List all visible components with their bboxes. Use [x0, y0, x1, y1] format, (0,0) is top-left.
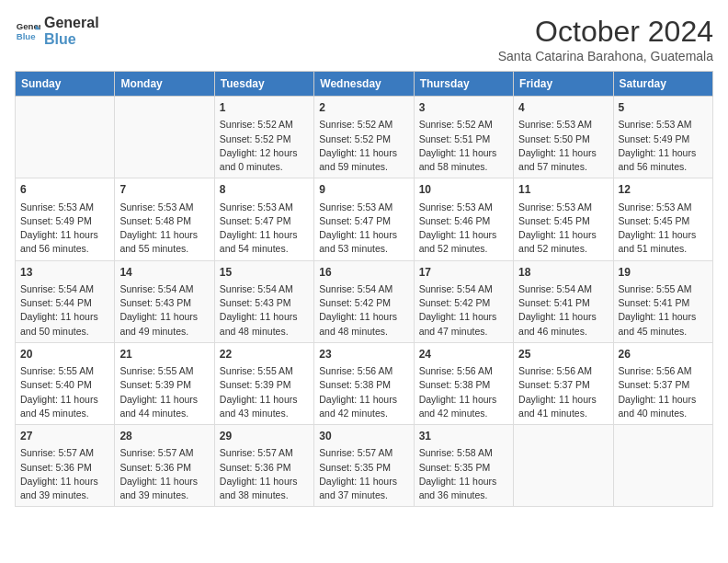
calendar-cell: 27Sunrise: 5:57 AMSunset: 5:36 PMDayligh… [16, 425, 115, 507]
day-info: and 45 minutes. [20, 407, 109, 420]
day-number: 8 [220, 182, 309, 198]
day-info: Sunrise: 5:54 AM [119, 282, 209, 296]
month-title: October 2024 [498, 15, 713, 49]
day-info: Daylight: 11 hours [220, 475, 309, 488]
day-info: and 49 minutes. [119, 325, 209, 339]
day-number: 18 [518, 265, 608, 281]
day-info: Sunrise: 5:52 AM [319, 118, 408, 132]
day-info: Sunrise: 5:52 AM [419, 118, 508, 132]
day-info: and 44 minutes. [119, 407, 209, 420]
day-info: Daylight: 11 hours [619, 393, 708, 407]
day-info: Daylight: 11 hours [419, 146, 508, 160]
calendar-cell: 22Sunrise: 5:55 AMSunset: 5:39 PMDayligh… [214, 342, 313, 424]
day-info: Sunset: 5:40 PM [20, 378, 109, 392]
svg-text:Blue: Blue [17, 30, 36, 40]
day-info: and 42 minutes. [419, 407, 508, 420]
day-info: Sunrise: 5:55 AM [20, 364, 109, 378]
day-info: Sunrise: 5:56 AM [619, 364, 708, 378]
day-info: Daylight: 11 hours [619, 228, 708, 242]
calendar-cell: 8Sunrise: 5:53 AMSunset: 5:47 PMDaylight… [214, 178, 313, 260]
title-block: October 2024 Santa Catarina Barahona, Gu… [498, 15, 713, 63]
calendar-cell: 7Sunrise: 5:53 AMSunset: 5:48 PMDaylight… [115, 178, 214, 260]
day-info: and 42 minutes. [319, 407, 408, 420]
day-info: Sunrise: 5:53 AM [619, 118, 708, 132]
day-info: Daylight: 11 hours [319, 475, 408, 488]
day-info: Sunset: 5:45 PM [619, 214, 708, 228]
day-info: Sunset: 5:49 PM [20, 214, 109, 228]
calendar-cell [514, 425, 613, 507]
day-info: Sunset: 5:45 PM [518, 214, 608, 228]
calendar-cell: 15Sunrise: 5:54 AMSunset: 5:43 PMDayligh… [214, 260, 313, 342]
day-info: and 56 minutes. [619, 160, 708, 174]
day-info: Sunset: 5:39 PM [119, 378, 209, 392]
day-info: Sunrise: 5:53 AM [119, 201, 209, 214]
calendar-cell: 31Sunrise: 5:58 AMSunset: 5:35 PMDayligh… [414, 425, 513, 507]
day-info: Sunset: 5:51 PM [419, 132, 508, 146]
day-info: Sunrise: 5:53 AM [619, 201, 708, 214]
calendar-cell: 28Sunrise: 5:57 AMSunset: 5:36 PMDayligh… [115, 425, 214, 507]
calendar-cell: 10Sunrise: 5:53 AMSunset: 5:46 PMDayligh… [414, 178, 513, 260]
day-number: 31 [419, 429, 508, 444]
calendar-body: 1Sunrise: 5:52 AMSunset: 5:52 PMDaylight… [16, 97, 713, 507]
calendar-cell: 16Sunrise: 5:54 AMSunset: 5:42 PMDayligh… [314, 260, 414, 342]
day-info: Sunrise: 5:54 AM [319, 282, 408, 296]
col-header-saturday: Saturday [613, 72, 712, 97]
day-info: Sunrise: 5:55 AM [220, 364, 309, 378]
day-info: Daylight: 11 hours [619, 310, 708, 324]
day-info: Daylight: 11 hours [20, 228, 109, 242]
day-info: Sunrise: 5:54 AM [518, 282, 608, 296]
day-info: and 0 minutes. [220, 160, 309, 174]
logo: General Blue General Blue [15, 15, 99, 47]
calendar-cell: 2Sunrise: 5:52 AMSunset: 5:52 PMDaylight… [314, 97, 414, 178]
day-info: Sunset: 5:42 PM [319, 296, 408, 310]
logo-icon: General Blue [15, 18, 40, 44]
day-info: and 48 minutes. [220, 325, 309, 339]
day-info: and 45 minutes. [619, 325, 708, 339]
day-info: Sunset: 5:43 PM [119, 296, 209, 310]
day-info: Daylight: 11 hours [220, 393, 309, 407]
day-number: 3 [419, 100, 508, 116]
calendar-cell: 17Sunrise: 5:54 AMSunset: 5:42 PMDayligh… [414, 260, 513, 342]
day-info: Sunrise: 5:54 AM [220, 282, 309, 296]
day-info: Daylight: 11 hours [119, 393, 209, 407]
col-header-tuesday: Tuesday [214, 72, 313, 97]
day-info: Sunset: 5:41 PM [619, 296, 708, 310]
calendar-cell: 20Sunrise: 5:55 AMSunset: 5:40 PMDayligh… [16, 342, 115, 424]
day-info: and 39 minutes. [119, 488, 209, 502]
calendar-cell [115, 97, 214, 178]
day-info: and 56 minutes. [20, 242, 109, 256]
day-number: 15 [220, 265, 309, 281]
day-info: Daylight: 11 hours [319, 310, 408, 324]
day-number: 26 [619, 347, 708, 362]
day-number: 9 [319, 182, 408, 198]
day-info: Sunrise: 5:56 AM [319, 364, 408, 378]
day-info: Sunset: 5:38 PM [419, 378, 508, 392]
day-info: Daylight: 11 hours [419, 310, 508, 324]
day-info: Sunrise: 5:57 AM [220, 446, 309, 460]
day-info: Sunrise: 5:58 AM [419, 446, 508, 460]
day-info: Sunset: 5:37 PM [518, 378, 608, 392]
day-info: Daylight: 11 hours [20, 393, 109, 407]
day-info: and 36 minutes. [419, 488, 508, 502]
day-info: and 38 minutes. [220, 488, 309, 502]
day-info: Sunset: 5:46 PM [419, 214, 508, 228]
day-info: Sunrise: 5:53 AM [518, 118, 608, 132]
calendar-cell: 29Sunrise: 5:57 AMSunset: 5:36 PMDayligh… [214, 425, 313, 507]
day-info: and 57 minutes. [518, 160, 608, 174]
day-info: and 40 minutes. [619, 407, 708, 420]
logo-line2: Blue [44, 31, 99, 48]
calendar-cell: 30Sunrise: 5:57 AMSunset: 5:35 PMDayligh… [314, 425, 414, 507]
day-info: Daylight: 11 hours [419, 475, 508, 488]
calendar-cell: 12Sunrise: 5:53 AMSunset: 5:45 PMDayligh… [613, 178, 712, 260]
day-info: Sunset: 5:36 PM [20, 461, 109, 475]
day-info: Daylight: 11 hours [518, 393, 608, 407]
day-info: and 52 minutes. [518, 242, 608, 256]
day-info: Sunrise: 5:53 AM [20, 201, 109, 214]
day-number: 13 [20, 265, 109, 281]
day-info: Sunset: 5:35 PM [319, 461, 408, 475]
day-number: 11 [518, 182, 608, 198]
calendar-cell: 24Sunrise: 5:56 AMSunset: 5:38 PMDayligh… [414, 342, 513, 424]
day-info: Sunrise: 5:55 AM [119, 364, 209, 378]
day-info: and 37 minutes. [319, 488, 408, 502]
day-info: and 54 minutes. [220, 242, 309, 256]
